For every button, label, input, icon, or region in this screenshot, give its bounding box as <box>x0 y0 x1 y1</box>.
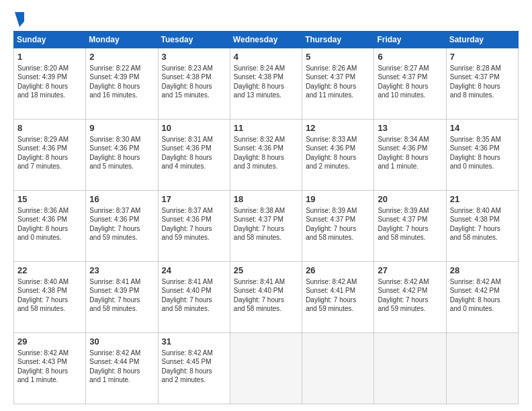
weekday-thursday: Thursday <box>302 32 374 48</box>
day-info: Sunrise: 8:42 AMSunset: 4:42 PMDaylight:… <box>450 278 501 313</box>
day-cell: 22Sunrise: 8:40 AMSunset: 4:38 PMDayligh… <box>14 262 86 333</box>
day-number: 23 <box>89 265 154 277</box>
day-cell <box>230 333 302 404</box>
day-cell: 3Sunrise: 8:23 AMSunset: 4:38 PMDaylight… <box>158 48 230 120</box>
week-row-2: 8Sunrise: 8:29 AMSunset: 4:36 PMDaylight… <box>14 120 519 191</box>
day-cell: 31Sunrise: 8:42 AMSunset: 4:45 PMDayligh… <box>158 333 230 404</box>
day-info: Sunrise: 8:34 AMSunset: 4:36 PMDaylight:… <box>378 136 429 171</box>
day-cell: 19Sunrise: 8:39 AMSunset: 4:37 PMDayligh… <box>302 191 374 262</box>
day-info: Sunrise: 8:37 AMSunset: 4:36 PMDaylight:… <box>89 207 140 242</box>
day-info: Sunrise: 8:36 AMSunset: 4:36 PMDaylight:… <box>17 207 69 242</box>
day-number: 1 <box>17 51 82 63</box>
day-cell: 21Sunrise: 8:40 AMSunset: 4:38 PMDayligh… <box>446 191 518 262</box>
day-number: 18 <box>234 193 298 205</box>
day-info: Sunrise: 8:42 AMSunset: 4:41 PMDaylight:… <box>306 278 357 313</box>
day-number: 2 <box>89 51 154 63</box>
weekday-saturday: Saturday <box>446 32 518 48</box>
header <box>13 11 519 28</box>
day-number: 25 <box>234 265 298 277</box>
day-cell <box>374 333 446 404</box>
day-cell: 28Sunrise: 8:42 AMSunset: 4:42 PMDayligh… <box>446 262 518 333</box>
day-info: Sunrise: 8:31 AMSunset: 4:36 PMDaylight:… <box>162 136 213 171</box>
day-info: Sunrise: 8:27 AMSunset: 4:37 PMDaylight:… <box>378 64 429 99</box>
week-row-1: 1Sunrise: 8:20 AMSunset: 4:39 PMDaylight… <box>14 48 519 120</box>
day-number: 30 <box>89 336 154 348</box>
day-cell: 17Sunrise: 8:37 AMSunset: 4:36 PMDayligh… <box>158 191 230 262</box>
day-info: Sunrise: 8:32 AMSunset: 4:36 PMDaylight:… <box>234 136 285 171</box>
weekday-header-row: SundayMondayTuesdayWednesdayThursdayFrid… <box>14 32 519 48</box>
day-info: Sunrise: 8:22 AMSunset: 4:39 PMDaylight:… <box>89 64 140 99</box>
day-info: Sunrise: 8:20 AMSunset: 4:39 PMDaylight:… <box>17 64 69 99</box>
day-cell: 24Sunrise: 8:41 AMSunset: 4:40 PMDayligh… <box>158 262 230 333</box>
day-cell: 16Sunrise: 8:37 AMSunset: 4:36 PMDayligh… <box>86 191 158 262</box>
day-number: 5 <box>306 51 370 63</box>
day-number: 22 <box>17 265 82 277</box>
day-info: Sunrise: 8:41 AMSunset: 4:39 PMDaylight:… <box>89 278 140 313</box>
weekday-sunday: Sunday <box>14 32 86 48</box>
day-info: Sunrise: 8:41 AMSunset: 4:40 PMDaylight:… <box>234 278 285 313</box>
day-number: 20 <box>378 193 442 205</box>
day-cell: 23Sunrise: 8:41 AMSunset: 4:39 PMDayligh… <box>86 262 158 333</box>
day-info: Sunrise: 8:29 AMSunset: 4:36 PMDaylight:… <box>17 136 69 171</box>
day-info: Sunrise: 8:37 AMSunset: 4:36 PMDaylight:… <box>162 207 213 242</box>
day-number: 7 <box>450 51 515 63</box>
day-info: Sunrise: 8:33 AMSunset: 4:36 PMDaylight:… <box>306 136 357 171</box>
day-number: 15 <box>17 193 82 205</box>
day-info: Sunrise: 8:39 AMSunset: 4:37 PMDaylight:… <box>378 207 429 242</box>
day-number: 11 <box>234 122 298 134</box>
weekday-monday: Monday <box>86 32 158 48</box>
day-number: 27 <box>378 265 442 277</box>
day-number: 6 <box>378 51 442 63</box>
day-number: 4 <box>234 51 298 63</box>
day-info: Sunrise: 8:40 AMSunset: 4:38 PMDaylight:… <box>17 278 69 313</box>
day-cell: 30Sunrise: 8:42 AMSunset: 4:44 PMDayligh… <box>86 333 158 404</box>
day-number: 14 <box>450 122 515 134</box>
day-info: Sunrise: 8:28 AMSunset: 4:37 PMDaylight:… <box>450 64 501 99</box>
day-cell: 25Sunrise: 8:41 AMSunset: 4:40 PMDayligh… <box>230 262 302 333</box>
day-cell: 26Sunrise: 8:42 AMSunset: 4:41 PMDayligh… <box>302 262 374 333</box>
day-cell: 27Sunrise: 8:42 AMSunset: 4:42 PMDayligh… <box>374 262 446 333</box>
day-cell: 14Sunrise: 8:35 AMSunset: 4:36 PMDayligh… <box>446 120 518 191</box>
day-number: 17 <box>162 193 226 205</box>
day-number: 28 <box>450 265 515 277</box>
day-cell: 4Sunrise: 8:24 AMSunset: 4:38 PMDaylight… <box>230 48 302 120</box>
day-info: Sunrise: 8:41 AMSunset: 4:40 PMDaylight:… <box>162 278 213 313</box>
day-cell: 6Sunrise: 8:27 AMSunset: 4:37 PMDaylight… <box>374 48 446 120</box>
weekday-friday: Friday <box>374 32 446 48</box>
week-row-4: 22Sunrise: 8:40 AMSunset: 4:38 PMDayligh… <box>14 262 519 333</box>
logo-icon <box>15 12 24 27</box>
day-cell: 13Sunrise: 8:34 AMSunset: 4:36 PMDayligh… <box>374 120 446 191</box>
day-number: 10 <box>162 122 226 134</box>
day-info: Sunrise: 8:24 AMSunset: 4:38 PMDaylight:… <box>234 64 285 99</box>
day-cell: 8Sunrise: 8:29 AMSunset: 4:36 PMDaylight… <box>14 120 86 191</box>
day-number: 13 <box>378 122 442 134</box>
day-info: Sunrise: 8:42 AMSunset: 4:43 PMDaylight:… <box>17 349 69 384</box>
day-number: 16 <box>89 193 154 205</box>
week-row-3: 15Sunrise: 8:36 AMSunset: 4:36 PMDayligh… <box>14 191 519 262</box>
day-number: 19 <box>306 193 370 205</box>
weekday-wednesday: Wednesday <box>230 32 302 48</box>
day-info: Sunrise: 8:42 AMSunset: 4:42 PMDaylight:… <box>378 278 429 313</box>
day-cell: 2Sunrise: 8:22 AMSunset: 4:39 PMDaylight… <box>86 48 158 120</box>
day-cell: 5Sunrise: 8:26 AMSunset: 4:37 PMDaylight… <box>302 48 374 120</box>
week-row-5: 29Sunrise: 8:42 AMSunset: 4:43 PMDayligh… <box>14 333 519 404</box>
day-number: 8 <box>17 122 82 134</box>
day-cell: 7Sunrise: 8:28 AMSunset: 4:37 PMDaylight… <box>446 48 518 120</box>
day-cell: 12Sunrise: 8:33 AMSunset: 4:36 PMDayligh… <box>302 120 374 191</box>
day-info: Sunrise: 8:35 AMSunset: 4:36 PMDaylight:… <box>450 136 501 171</box>
day-number: 24 <box>162 265 226 277</box>
day-cell: 9Sunrise: 8:30 AMSunset: 4:36 PMDaylight… <box>86 120 158 191</box>
day-cell: 29Sunrise: 8:42 AMSunset: 4:43 PMDayligh… <box>14 333 86 404</box>
day-number: 21 <box>450 193 515 205</box>
day-info: Sunrise: 8:42 AMSunset: 4:44 PMDaylight:… <box>89 349 140 384</box>
day-cell <box>302 333 374 404</box>
day-cell: 10Sunrise: 8:31 AMSunset: 4:36 PMDayligh… <box>158 120 230 191</box>
day-info: Sunrise: 8:26 AMSunset: 4:37 PMDaylight:… <box>306 64 357 99</box>
day-number: 12 <box>306 122 370 134</box>
day-cell: 11Sunrise: 8:32 AMSunset: 4:36 PMDayligh… <box>230 120 302 191</box>
day-info: Sunrise: 8:38 AMSunset: 4:37 PMDaylight:… <box>234 207 285 242</box>
day-number: 29 <box>17 336 82 348</box>
day-info: Sunrise: 8:23 AMSunset: 4:38 PMDaylight:… <box>162 64 213 99</box>
calendar-table: SundayMondayTuesdayWednesdayThursdayFrid… <box>13 31 519 404</box>
day-info: Sunrise: 8:40 AMSunset: 4:38 PMDaylight:… <box>450 207 501 242</box>
